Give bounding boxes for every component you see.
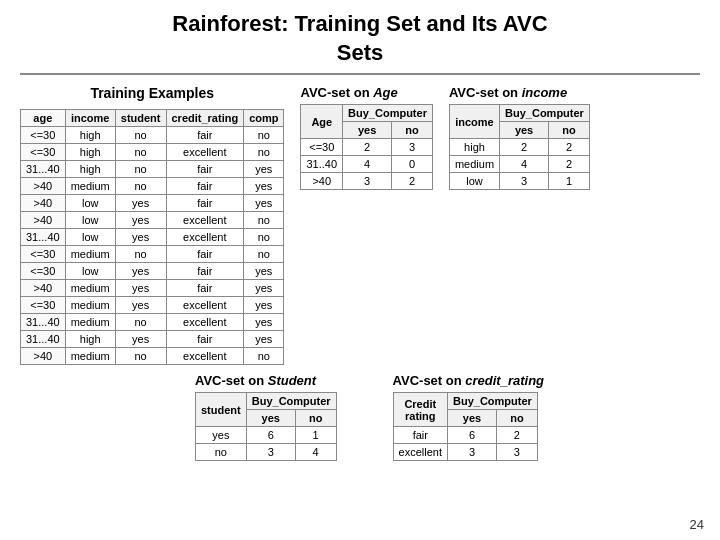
table-row: no34 <box>196 444 337 461</box>
table-row: fair62 <box>393 427 537 444</box>
avc-student-tbody: yes61no34 <box>196 427 337 461</box>
table-row: high22 <box>449 139 589 156</box>
avc-age-tbody: <=302331..4040>4032 <box>301 139 432 190</box>
avc-income-section: AVC-set on income income Buy_Computer ye… <box>449 85 590 190</box>
avc-student-table: student Buy_Computer yes no yes61no34 <box>195 392 337 461</box>
col-student: student <box>115 110 166 127</box>
table-row: <=30lowyesfairyes <box>21 263 284 280</box>
training-table: age income student credit_rating comp <=… <box>20 109 284 365</box>
avc-income-title: AVC-set on income <box>449 85 567 100</box>
avc-age-section: AVC-set on Age Age Buy_Computer yes no <box>300 85 432 190</box>
training-title: Training Examples <box>20 85 284 101</box>
avc-credit-title: AVC-set on credit_rating <box>393 373 544 388</box>
col-credit: credit_rating <box>166 110 244 127</box>
avc-age-title: AVC-set on Age <box>300 85 397 100</box>
avc-student-header: student Buy_Computer <box>196 393 337 410</box>
avc-income-header: income Buy_Computer <box>449 105 589 122</box>
main-content: Training Examples age income student cre… <box>20 85 700 530</box>
avc-credit-section: AVC-set on credit_rating Creditrating Bu… <box>393 373 544 461</box>
avc-student-title: AVC-set on Student <box>195 373 316 388</box>
table-row: 31...40highnofairyes <box>21 161 284 178</box>
table-row: <=3023 <box>301 139 432 156</box>
table-row: >40mediumyesfairyes <box>21 280 284 297</box>
table-row: <=30mediumnofairno <box>21 246 284 263</box>
avc-age-header: Age Buy_Computer <box>301 105 432 122</box>
table-row: >40lowyesexcellentno <box>21 212 284 229</box>
avc-credit-tbody: fair62excellent33 <box>393 427 537 461</box>
table-row: <=30highnoexcellentno <box>21 144 284 161</box>
training-tbody: <=30highnofairno<=30highnoexcellentno31.… <box>21 127 284 365</box>
table-row: 31...40mediumnoexcellentyes <box>21 314 284 331</box>
table-header-row: age income student credit_rating comp <box>21 110 284 127</box>
col-comp: comp <box>244 110 284 127</box>
table-row: yes61 <box>196 427 337 444</box>
avc-credit-table: Creditrating Buy_Computer yes no fair62e… <box>393 392 538 461</box>
table-row: <=30mediumyesexcellentyes <box>21 297 284 314</box>
table-row: low31 <box>449 173 589 190</box>
table-row: excellent33 <box>393 444 537 461</box>
avc-income-tbody: high22medium42low31 <box>449 139 589 190</box>
table-row: 31...40highyesfairyes <box>21 331 284 348</box>
table-row: >40mediumnofairyes <box>21 178 284 195</box>
avc-credit-header: Creditrating Buy_Computer <box>393 393 537 410</box>
avc-age-table: Age Buy_Computer yes no <=302331..4040>4… <box>300 104 432 190</box>
col-age: age <box>21 110 66 127</box>
table-row: <=30highnofairno <box>21 127 284 144</box>
title-divider <box>20 73 700 75</box>
avc-student-section: AVC-set on Student student Buy_Computer … <box>195 373 337 461</box>
page: Rainforest: Training Set and Its AVC Set… <box>0 0 720 540</box>
table-row: >40mediumnoexcellentno <box>21 348 284 365</box>
training-section: Training Examples age income student cre… <box>20 85 284 365</box>
table-row: 31...40lowyesexcellentno <box>21 229 284 246</box>
avc-income-table: income Buy_Computer yes no high22medium4… <box>449 104 590 190</box>
table-row: >4032 <box>301 173 432 190</box>
table-row: 31..4040 <box>301 156 432 173</box>
table-row: medium42 <box>449 156 589 173</box>
page-title: Rainforest: Training Set and Its AVC Set… <box>20 10 700 67</box>
bottom-row: AVC-set on Student student Buy_Computer … <box>20 373 700 461</box>
table-row: >40lowyesfairyes <box>21 195 284 212</box>
top-row: Training Examples age income student cre… <box>20 85 700 365</box>
page-number: 24 <box>690 517 704 532</box>
col-income: income <box>65 110 115 127</box>
